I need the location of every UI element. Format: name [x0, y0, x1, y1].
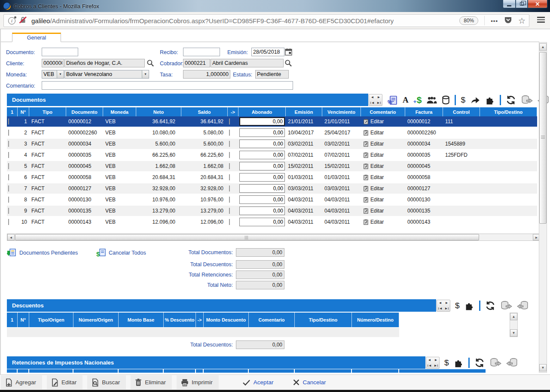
page-vscrollbar[interactable]: ▲ ▼ — [539, 42, 547, 373]
column-header[interactable]: Número/Destino — [352, 313, 399, 327]
table-row[interactable]: 3FACT00000034VEB5.600,005.600,0003/02/20… — [7, 139, 537, 150]
column-header[interactable]: Factura — [405, 107, 443, 116]
column-header[interactable]: Neto — [136, 107, 181, 116]
table-row[interactable]: 9FACT00000135VEB13.279,0013.279,0004/03/… — [7, 206, 537, 217]
column-header[interactable]: Saldo — [181, 107, 228, 116]
column-header[interactable]: 1 — [7, 313, 18, 327]
row-selector-button[interactable] — [8, 219, 9, 225]
refresh-icon[interactable] — [506, 95, 516, 105]
row-selector-button[interactable] — [8, 152, 9, 158]
editar-comment-button[interactable]: Editar — [361, 219, 405, 225]
editar-comment-button[interactable]: Editar — [361, 152, 405, 158]
row-selector-button[interactable] — [8, 185, 9, 191]
abonado-input[interactable] — [239, 128, 285, 137]
aceptar-button[interactable]: Aceptar — [242, 379, 274, 386]
table-row[interactable]: 10FACT00000143VEB12.096,0012.096,0004/03… — [7, 217, 537, 228]
abonado-input[interactable] — [239, 173, 285, 182]
editar-comment-button[interactable]: Editar — [361, 208, 405, 214]
column-header[interactable]: -> — [228, 107, 238, 116]
table-row[interactable]: 7FACT00000127VEB32.928,0032.928,0003/03/… — [7, 183, 537, 194]
abonado-input[interactable] — [239, 207, 285, 215]
documentos-hscrollbar[interactable]: ◄ ► — [7, 234, 541, 241]
abonado-input[interactable] — [239, 117, 285, 126]
row-selector-button[interactable] — [8, 163, 9, 169]
column-header[interactable]: % Descuento — [164, 313, 196, 327]
record-navigation-icons[interactable]: ◄►Ι◄►Ι — [437, 300, 450, 312]
scroll-left-icon[interactable]: ◄ — [7, 234, 15, 240]
imprimir-button[interactable]: Imprimir — [177, 375, 219, 389]
transfer-arrow-button[interactable] — [229, 208, 230, 214]
editar-comment-button[interactable]: Editar — [361, 163, 405, 169]
column-header[interactable]: -> — [196, 313, 204, 327]
cobrador-name-field[interactable] — [211, 59, 284, 67]
transfer-arrow-button[interactable] — [229, 219, 230, 225]
estatus-field[interactable] — [255, 70, 289, 79]
tab-general[interactable]: General — [12, 33, 61, 42]
font-icon[interactable]: A — [403, 95, 409, 105]
table-row[interactable]: 5FACT00000045VEB1.662,081.662,0815/02/20… — [7, 161, 537, 172]
recalculate-document-icon[interactable]: % — [387, 95, 398, 106]
scroll-down-icon[interactable]: ▼ — [510, 329, 517, 337]
send-arrow-icon[interactable] — [470, 97, 480, 104]
database-import-icon[interactable] — [517, 301, 529, 311]
hscroll-thumb[interactable] — [15, 234, 479, 240]
vscroll-thumb[interactable] — [539, 52, 547, 224]
eliminar-button[interactable]: Eliminar — [131, 375, 172, 389]
dollar-icon[interactable]: $ — [455, 301, 460, 310]
column-header[interactable]: N° — [18, 107, 29, 116]
emision-input[interactable] — [251, 48, 284, 56]
row-selector-button[interactable] — [8, 174, 9, 180]
column-header[interactable]: Emisión — [286, 107, 322, 116]
refresh-icon[interactable] — [474, 358, 485, 368]
dollar-icon[interactable]: $ — [444, 358, 449, 368]
editar-comment-button[interactable]: Editar — [361, 119, 405, 125]
transfer-arrow-button[interactable] — [229, 197, 230, 203]
editar-comment-button[interactable]: Editar — [361, 197, 405, 203]
bookmark-star-icon[interactable]: ☆ — [518, 17, 526, 25]
scroll-down-icon[interactable]: ▼ — [539, 364, 547, 371]
column-header[interactable]: Abonado — [238, 107, 286, 116]
record-navigation-icons[interactable]: ◄►Ι◄►Ι — [426, 357, 440, 369]
cobrador-search-icon[interactable] — [284, 59, 292, 67]
cliente-search-icon[interactable] — [147, 59, 154, 67]
table-row[interactable]: 6FACT00000058VEB20.684,3120.684,3101/03/… — [7, 172, 537, 183]
recibo-input[interactable] — [183, 48, 220, 56]
menu-icon[interactable] — [537, 17, 545, 23]
editar-button[interactable]: Editar — [47, 375, 82, 389]
scroll-up-icon[interactable]: ▲ — [539, 43, 547, 51]
editar-comment-button[interactable]: Editar — [361, 130, 405, 136]
column-header[interactable]: Moneda — [103, 107, 136, 116]
moneda-code-select[interactable]: VEB▼ — [42, 70, 64, 79]
descuentos-vscrollbar[interactable]: ▲ ▼ — [510, 313, 518, 337]
row-selector-button[interactable] — [8, 197, 9, 203]
transfer-arrow-button[interactable] — [229, 152, 230, 158]
table-row[interactable]: 4FACT00000035VEB66.225,6066.225,6007/02/… — [7, 150, 537, 161]
record-navigation-icons[interactable]: ◄►Ι◄►Ι — [369, 94, 382, 106]
database-outline-icon[interactable] — [442, 95, 450, 105]
tasa-field[interactable] — [183, 70, 230, 79]
column-header[interactable]: Comentario — [249, 313, 295, 327]
cliente-name-field[interactable] — [64, 59, 145, 67]
row-selector-button[interactable] — [8, 119, 9, 125]
editar-comment-button[interactable]: Editar — [361, 185, 405, 191]
abonado-input[interactable] — [239, 140, 285, 148]
documento-input[interactable] — [42, 48, 78, 56]
transfer-arrow-button[interactable] — [229, 130, 230, 136]
plugin-icon[interactable] — [454, 358, 464, 368]
cancelar-button[interactable]: Cancelar — [293, 379, 326, 386]
plugin-icon[interactable] — [464, 301, 474, 311]
insecure-lock-icon[interactable] — [19, 16, 27, 25]
abonado-input[interactable] — [239, 184, 285, 193]
editar-comment-button[interactable]: Editar — [361, 174, 405, 180]
cliente-code-field[interactable] — [42, 59, 64, 67]
column-header[interactable]: Tipo/Destino — [480, 107, 537, 116]
documentos-pendientes-link[interactable]: Documentos Pendientes — [7, 248, 78, 257]
refresh-icon[interactable] — [485, 301, 495, 311]
column-header[interactable]: Tipo — [29, 107, 66, 116]
column-header[interactable]: Número/Origen — [73, 313, 119, 327]
comentario-input[interactable] — [42, 81, 293, 90]
column-header[interactable]: Comentario — [361, 107, 405, 116]
column-header[interactable]: Monto Base — [119, 313, 164, 327]
maximize-button[interactable] — [516, 0, 528, 8]
row-selector-button[interactable] — [8, 208, 9, 214]
